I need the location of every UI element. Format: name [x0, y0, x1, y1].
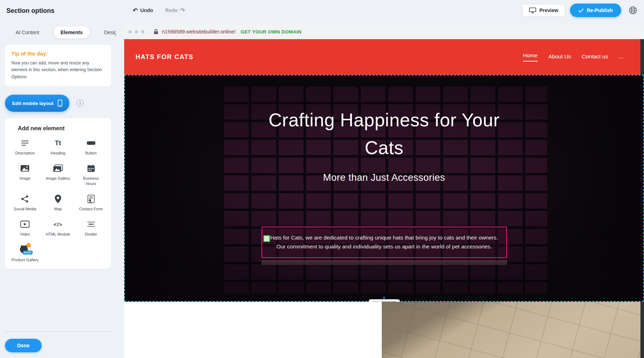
nav-contact-us[interactable]: Contact us — [582, 53, 608, 60]
element-product-gallery[interactable]: SHOP ↑ Product Gallery — [9, 245, 42, 262]
mobile-layout-row: Edit mobile layout i — [5, 95, 111, 112]
next-section[interactable] — [124, 302, 644, 358]
element-video[interactable]: Video — [9, 219, 42, 237]
element-grid: Description Tt Heading Button Ima — [9, 138, 107, 262]
site-logo[interactable]: HATS FOR CATS — [136, 53, 194, 61]
resize-pill[interactable] — [369, 299, 400, 302]
add-element-panel: Add new element Description Tt Heading — [5, 118, 111, 269]
plus-badge: ↑ — [26, 243, 31, 248]
hero-subtitle[interactable]: More than Just Accessories — [323, 172, 445, 183]
app: Section options ↶ Undo Redo ↷ Preview — [0, 0, 644, 358]
browser-chrome: n1566589.websitebuilder.online/ GET YOUR… — [124, 24, 644, 39]
tip-card: Tip of the day: Now you can add, move an… — [5, 45, 111, 86]
resize-arrow-up-icon: ▲ — [382, 295, 386, 299]
hero-section[interactable]: Crafting Happiness for Your Cats More th… — [124, 75, 644, 302]
sidebar: AI Content Elements Design Tip of the da… — [0, 21, 116, 358]
tab-ai-content[interactable]: AI Content — [14, 26, 41, 38]
redo-label: Redo — [165, 7, 178, 13]
edit-mobile-layout-button[interactable]: Edit mobile layout — [5, 95, 69, 112]
undo-button[interactable]: ↶ Undo — [133, 7, 153, 14]
globe-icon — [628, 6, 638, 15]
element-divider[interactable]: Divider — [74, 219, 107, 237]
section-resize-handle[interactable]: ▲ ▼ — [368, 295, 400, 302]
monitor-icon — [529, 7, 536, 13]
element-label: Social Media — [14, 206, 36, 211]
element-label: Product Gallery — [11, 257, 38, 262]
phone-icon — [58, 100, 62, 107]
hero-body-text[interactable]: Hats for Cats, we are dedicated to craft… — [262, 233, 506, 251]
element-social-media[interactable]: Social Media — [9, 194, 42, 211]
element-html-module[interactable]: </> HTML Module — [42, 219, 75, 237]
nav-home[interactable]: Home — [523, 52, 538, 62]
element-label: Image Gallery — [46, 176, 70, 181]
element-label: Video — [20, 232, 30, 237]
check-icon — [579, 9, 584, 12]
window-dot — [135, 30, 138, 33]
element-label: Description — [15, 151, 35, 156]
html-module-icon: </> — [54, 219, 63, 229]
element-label: Divider — [85, 232, 97, 237]
preview-label: Preview — [539, 7, 558, 13]
image-icon — [20, 163, 30, 173]
undo-label: Undo — [140, 7, 153, 13]
nav-more[interactable]: ... — [619, 53, 623, 60]
shop-badge: SHOP — [22, 251, 33, 254]
language-globe-button[interactable] — [626, 4, 640, 17]
business-hours-icon — [87, 163, 95, 173]
element-label: Business Hours — [78, 176, 105, 186]
video-icon — [20, 219, 30, 229]
contact-form-icon — [88, 194, 95, 204]
get-domain-link[interactable]: GET YOUR OWN DOMAIN — [241, 29, 301, 35]
site-header[interactable]: HATS FOR CATS Home About Us Contact us .… — [124, 39, 644, 75]
map-icon — [55, 194, 61, 204]
drag-handle[interactable] — [263, 235, 270, 242]
tip-body: Now you can add, move and resize any ele… — [11, 60, 105, 80]
element-image-gallery[interactable]: Image Gallery — [42, 163, 75, 186]
button-icon — [86, 138, 96, 148]
redo-button[interactable]: Redo ↷ — [165, 7, 185, 14]
hero-title[interactable]: Crafting Happiness for Your Cats — [267, 106, 502, 162]
element-heading[interactable]: Tt Heading — [42, 138, 75, 156]
undo-icon: ↶ — [133, 7, 138, 14]
element-label: Map — [54, 206, 62, 211]
element-button[interactable]: Button — [74, 138, 107, 156]
description-icon — [21, 138, 29, 148]
social-media-icon — [21, 194, 29, 204]
element-description[interactable]: Description — [9, 138, 42, 156]
window-controls — [128, 30, 144, 33]
site-nav: Home About Us Contact us ... — [523, 39, 623, 75]
republish-button[interactable]: Re-Publish — [570, 4, 621, 17]
add-element-title: Add new element — [18, 125, 107, 132]
element-contact-form[interactable]: Contact Form — [74, 194, 107, 211]
preview-button[interactable]: Preview — [522, 4, 565, 17]
element-business-hours[interactable]: Business Hours — [74, 163, 107, 186]
sidebar-tabs: AI Content Elements Design — [14, 26, 116, 38]
tip-title: Tip of the day: — [11, 51, 105, 57]
republish-label: Re-Publish — [587, 7, 613, 13]
edit-mobile-label: Edit mobile layout — [12, 101, 53, 106]
nav-about-us[interactable]: About Us — [548, 53, 571, 60]
site-preview: HATS FOR CATS Home About Us Contact us .… — [124, 39, 644, 358]
heading-icon: Tt — [55, 138, 61, 148]
tab-elements[interactable]: Elements — [53, 26, 90, 38]
product-gallery-icon: SHOP ↑ — [19, 245, 31, 255]
window-dot — [128, 30, 132, 33]
stone-floor-image — [382, 302, 644, 358]
selected-text-element[interactable]: Hats for Cats, we are dedicated to craft… — [262, 227, 507, 258]
undo-redo-group: ↶ Undo Redo ↷ — [133, 0, 185, 21]
window-dot — [141, 30, 144, 33]
info-icon[interactable]: i — [76, 100, 84, 107]
element-image[interactable]: Image — [9, 163, 42, 186]
element-ghost-bar — [262, 260, 507, 265]
done-button[interactable]: Done — [5, 339, 42, 352]
lock-icon — [154, 29, 158, 35]
element-label: Heading — [51, 151, 65, 156]
element-label: HTML Module — [46, 232, 70, 237]
page-title: Section options — [6, 7, 54, 15]
sidebar-footer: Done — [0, 325, 116, 358]
image-gallery-icon — [53, 163, 63, 173]
address-url[interactable]: n1566589.websitebuilder.online/ — [162, 29, 236, 35]
element-label: Image — [20, 176, 31, 181]
main-canvas: n1566589.websitebuilder.online/ GET YOUR… — [116, 21, 644, 358]
element-map[interactable]: Map — [42, 194, 75, 211]
